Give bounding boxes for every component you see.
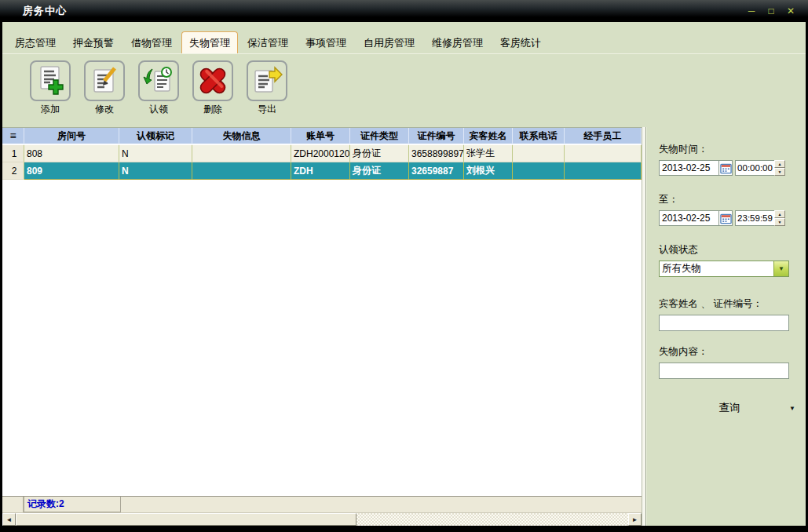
calendar-icon[interactable]: [718, 160, 733, 176]
cell-lost-info: [192, 145, 291, 162]
time-from-spinner: ▲ ▼: [774, 160, 785, 176]
column-header-room[interactable]: 房间号: [24, 128, 119, 145]
delete-button[interactable]: 删除: [190, 60, 236, 127]
tab-self-use-rooms[interactable]: 自用房管理: [356, 31, 422, 53]
row-number: 1: [2, 145, 24, 162]
guest-id-label: 宾客姓名 、 证件编号：: [659, 297, 806, 311]
cell-id-no: 32659887: [409, 162, 464, 180]
claim-doc-icon: [142, 64, 175, 97]
tab-strip: 房态管理 押金预警 借物管理 失物管理 保洁管理 事项管理 自用房管理 维修房管…: [2, 22, 806, 53]
date-from-field[interactable]: 2013-02-25: [659, 160, 718, 176]
scrollbar-thumb[interactable]: [16, 513, 356, 526]
row-number: 2: [2, 162, 24, 180]
spinner-up-icon[interactable]: ▲: [774, 210, 785, 218]
spinner-up-icon[interactable]: ▲: [774, 160, 785, 168]
time-from-field[interactable]: 00:00:00: [735, 160, 774, 176]
query-dropdown-arrow-icon: ▼: [789, 405, 795, 412]
calendar-icon[interactable]: [718, 210, 733, 226]
main-content: ≡ 房间号 认领标记 失物信息 账单号 证件类型 证件编号 宾客姓名 联系电话 …: [2, 127, 806, 526]
cell-room: 808: [24, 145, 119, 162]
app-window: 房务中心 ─ □ ✕ 房态管理 押金预警 借物管理 失物管理 保洁管理 事项管理…: [0, 0, 808, 532]
close-icon[interactable]: ✕: [784, 5, 797, 16]
cell-guest-name: 刘根兴: [464, 162, 513, 180]
cell-id-type: 身份证: [350, 145, 409, 162]
cell-guest-name: 张学生: [464, 145, 513, 162]
delete-button-label: 删除: [203, 103, 222, 116]
spinner-down-icon[interactable]: ▼: [774, 218, 785, 226]
status-spacer: [2, 497, 24, 512]
lost-time-label: 失物时间：: [659, 143, 806, 156]
column-header-phone[interactable]: 联系电话: [513, 128, 565, 145]
cell-bill-no: ZDH: [291, 162, 350, 180]
export-button-label: 导出: [258, 103, 276, 116]
window-controls: ─ □ ✕: [745, 0, 797, 22]
lost-items-grid: ≡ 房间号 认领标记 失物信息 账单号 证件类型 证件编号 宾客姓名 联系电话 …: [2, 127, 642, 526]
query-button-label: 查询: [719, 401, 740, 415]
cell-staff: [565, 162, 642, 180]
tab-deposit-warning[interactable]: 押金预警: [65, 31, 122, 53]
cell-id-no: 3658899897: [409, 145, 464, 162]
cell-phone: [513, 145, 565, 162]
claim-status-value: 所有失物: [660, 262, 773, 275]
tab-room-statistics[interactable]: 客房统计: [492, 31, 549, 53]
export-doc-icon: [250, 64, 283, 97]
record-count: 记录数:2: [24, 497, 121, 512]
search-panel: 失物时间： 2013-02-25 00:00:00 ▲ ▼ 至：: [646, 127, 806, 526]
scrollbar-track[interactable]: [356, 513, 628, 526]
date-to-field[interactable]: 2013-02-25: [659, 210, 718, 226]
cell-room: 809: [24, 162, 119, 180]
add-button[interactable]: 添加: [27, 60, 73, 127]
tab-lost-found[interactable]: 失物管理: [181, 31, 238, 53]
lost-content-label: 失物内容：: [659, 345, 806, 359]
edit-doc-icon: [88, 64, 121, 97]
table-header-row: ≡ 房间号 认领标记 失物信息 账单号 证件类型 证件编号 宾客姓名 联系电话 …: [2, 128, 642, 145]
table-row-selected[interactable]: 2 809 N ZDH 身份证 32659887 刘根兴: [2, 162, 642, 180]
add-button-label: 添加: [41, 103, 60, 116]
column-header-lost-info[interactable]: 失物信息: [192, 128, 291, 145]
spinner-down-icon[interactable]: ▼: [774, 168, 785, 176]
delete-x-icon: [196, 64, 229, 97]
tab-borrowed-items[interactable]: 借物管理: [123, 31, 180, 53]
time-to-spinner: ▲ ▼: [774, 210, 785, 226]
grid-empty-area: [2, 180, 642, 496]
tab-matters[interactable]: 事项管理: [298, 31, 354, 53]
tab-cleaning[interactable]: 保洁管理: [239, 31, 296, 53]
column-header-bill-no[interactable]: 账单号: [291, 128, 350, 145]
claim-status-select[interactable]: 所有失物 ▼: [659, 261, 789, 277]
cell-staff: [565, 145, 642, 162]
cell-bill-no: ZDH20001208: [291, 145, 350, 162]
query-button[interactable]: 查询 ▼: [659, 399, 800, 417]
maximize-icon[interactable]: □: [765, 5, 777, 16]
time-to-field[interactable]: 23:59:59: [735, 210, 774, 226]
export-button[interactable]: 导出: [244, 60, 290, 127]
column-header-guest-name[interactable]: 宾客姓名: [464, 128, 513, 145]
scroll-left-icon[interactable]: ◄: [2, 513, 16, 526]
add-doc-icon: [34, 64, 67, 97]
grid-status-bar: 记录数:2: [2, 496, 642, 512]
cell-claim-flag: N: [119, 162, 192, 180]
column-header-staff[interactable]: 经手员工: [565, 128, 642, 145]
claim-button[interactable]: 认领: [136, 60, 181, 127]
title-bar: 房务中心 ─ □ ✕: [0, 0, 808, 22]
cell-lost-info: [192, 162, 291, 180]
cell-claim-flag: N: [119, 145, 192, 162]
table-row[interactable]: 1 808 N ZDH20001208 身份证 3658899897 张学生: [2, 145, 642, 162]
lost-content-input[interactable]: [659, 363, 789, 379]
modify-button[interactable]: 修改: [82, 60, 127, 127]
window-title: 房务中心: [0, 4, 67, 18]
tab-repair-rooms[interactable]: 维修房管理: [424, 31, 491, 53]
lost-time-to-row: 2013-02-25 23:59:59 ▲ ▼: [659, 210, 806, 226]
column-header-id-no[interactable]: 证件编号: [409, 128, 464, 145]
row-selector-icon[interactable]: ≡: [2, 128, 24, 145]
cell-id-type: 身份证: [350, 162, 409, 180]
guest-id-input[interactable]: [659, 315, 789, 331]
column-header-id-type[interactable]: 证件类型: [350, 128, 409, 145]
scroll-right-icon[interactable]: ►: [628, 513, 642, 526]
to-label: 至：: [659, 193, 806, 206]
lost-time-from-row: 2013-02-25 00:00:00 ▲ ▼: [659, 160, 806, 176]
minimize-icon[interactable]: ─: [745, 5, 758, 16]
tab-room-status[interactable]: 房态管理: [7, 31, 64, 53]
horizontal-scrollbar[interactable]: ◄ ►: [2, 512, 642, 526]
dropdown-arrow-icon[interactable]: ▼: [773, 261, 788, 276]
column-header-claim-flag[interactable]: 认领标记: [119, 128, 192, 145]
